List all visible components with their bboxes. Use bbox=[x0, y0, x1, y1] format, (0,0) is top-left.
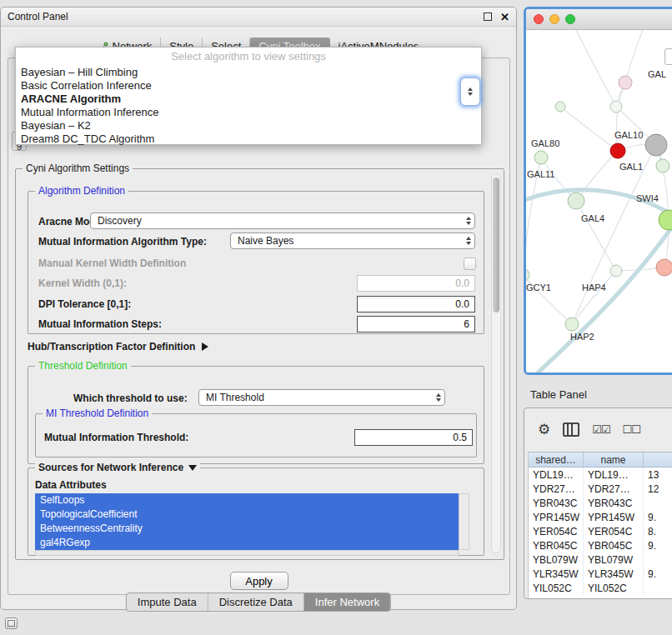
algorithm-option[interactable]: Mutual Information Inference bbox=[16, 106, 481, 119]
network-node[interactable] bbox=[534, 151, 548, 164]
scrollbar-thumb[interactable] bbox=[493, 178, 499, 312]
network-node[interactable] bbox=[645, 134, 667, 156]
network-node[interactable] bbox=[610, 101, 622, 112]
window-title: Control Panel bbox=[8, 11, 68, 22]
stepper-icon bbox=[468, 88, 473, 91]
table-row[interactable]: YER054CYER054C8. bbox=[529, 524, 672, 538]
network-node[interactable] bbox=[565, 318, 579, 331]
close-icon[interactable]: ✕ bbox=[500, 12, 509, 22]
kernel-width-input[interactable] bbox=[357, 275, 475, 292]
tab-impute-data[interactable]: Impute Data bbox=[127, 593, 208, 611]
aracne-mode-select[interactable]: Discovery bbox=[90, 212, 475, 229]
which-threshold-select[interactable]: MI Threshold bbox=[198, 389, 445, 406]
table-cell: YIL052C bbox=[529, 581, 584, 595]
node-label: GAL80 bbox=[531, 138, 559, 148]
node-label: HAP2 bbox=[570, 332, 594, 342]
mi-type-select[interactable]: Naive Bayes bbox=[230, 232, 475, 249]
algorithm-definition-group: Algorithm Definition Aracne Mode: Discov… bbox=[28, 191, 484, 334]
table-cell: YDR27… bbox=[584, 482, 644, 496]
algorithm-option[interactable]: Bayesian – Hill Climbing bbox=[16, 66, 481, 79]
combo-value: Naive Bayes bbox=[238, 235, 293, 247]
algorithm-popup-placeholder: Select algorithm to view settings bbox=[16, 49, 481, 66]
network-node[interactable] bbox=[610, 143, 625, 158]
algorithm-option[interactable]: Basic Correlation Inference bbox=[16, 79, 481, 92]
settings-gear-icon[interactable]: ⚙ bbox=[538, 422, 550, 437]
table-row[interactable]: YPR145WYPR145W9. bbox=[529, 510, 672, 524]
select-all-icon[interactable]: ☑☑ bbox=[592, 423, 609, 436]
column-header[interactable]: shared… bbox=[529, 452, 584, 467]
network-node[interactable] bbox=[619, 76, 632, 89]
close-traffic-light[interactable] bbox=[534, 14, 544, 24]
algorithm-option[interactable]: Dream8 DC_TDC Algorithm bbox=[16, 132, 481, 146]
network-node[interactable] bbox=[656, 259, 672, 276]
data-attribute-item[interactable]: SelfLoops bbox=[35, 493, 459, 508]
network-toolbar-fragment[interactable] bbox=[664, 48, 672, 65]
dpi-tolerance-input[interactable] bbox=[357, 296, 475, 312]
mi-type-label: Mutual Information Algorithm Type: bbox=[38, 236, 207, 248]
expander-down-icon bbox=[188, 465, 197, 471]
data-attribute-item[interactable]: TopologicalCoefficient bbox=[35, 508, 459, 522]
manual-kernel-checkbox[interactable] bbox=[464, 258, 476, 270]
network-edge bbox=[576, 201, 616, 271]
apply-button[interactable]: Apply bbox=[230, 572, 288, 590]
manual-kernel-label: Manual Kernel Width Definition bbox=[38, 258, 186, 269]
table-row[interactable]: YLR345WYLR345W9. bbox=[529, 567, 672, 581]
attribute-list-hscrollbar[interactable] bbox=[35, 550, 459, 556]
table-row[interactable]: YDL19…YDL19…13 bbox=[529, 468, 672, 482]
tab-discretize-data[interactable]: Discretize Data bbox=[208, 593, 304, 611]
column-header[interactable] bbox=[644, 452, 672, 467]
network-edge bbox=[576, 30, 616, 107]
table-cell: YBR045C bbox=[584, 538, 644, 552]
group-title: Threshold Definition bbox=[35, 360, 131, 372]
table-row[interactable]: YIL052CYIL052C bbox=[529, 581, 672, 595]
data-attribute-list[interactable]: SelfLoopsTopologicalCoefficientBetweenne… bbox=[35, 493, 459, 550]
zoom-traffic-light[interactable] bbox=[565, 14, 575, 24]
deselect-all-icon[interactable]: ☐☐ bbox=[623, 423, 640, 436]
mi-threshold-group: MI Threshold Definition Mutual Informati… bbox=[35, 413, 477, 458]
table-header-row: shared…name bbox=[529, 452, 672, 468]
node-label: SWI4 bbox=[636, 193, 659, 203]
table-cell: 9. bbox=[644, 567, 672, 581]
hub-tf-expander[interactable]: Hub/Transcription Factor Definition bbox=[28, 341, 208, 352]
column-selector-icon[interactable] bbox=[563, 422, 579, 437]
panel-toggle-icon[interactable] bbox=[5, 618, 18, 629]
network-node[interactable] bbox=[526, 268, 529, 282]
combo-value: MI Threshold bbox=[206, 392, 264, 403]
algorithm-option[interactable]: Bayesian – K2 bbox=[16, 119, 481, 132]
network-view-window: GALGAL80GAL10GAL11GAL1SWI4GAL4GCY1HAP4HA… bbox=[524, 7, 672, 375]
mi-steps-input[interactable] bbox=[357, 316, 475, 332]
node-table: shared…name YDL19…YDL19…13YDR27…YDR27…12… bbox=[528, 452, 672, 598]
stepper-icon bbox=[466, 213, 471, 228]
table-row[interactable]: YBR043CYBR043C bbox=[529, 496, 672, 510]
network-node[interactable] bbox=[659, 210, 672, 230]
combo-value: Discovery bbox=[98, 215, 142, 227]
table-row[interactable]: YBL079WYBL079W bbox=[529, 552, 672, 567]
network-node[interactable] bbox=[610, 265, 622, 277]
table-row[interactable]: YBR045CYBR045C9. bbox=[529, 538, 672, 552]
table-panel-title: Table Panel bbox=[530, 388, 587, 401]
table-row[interactable]: YDR27…YDR27…12 bbox=[529, 482, 672, 496]
algorithm-combobox-stepper[interactable] bbox=[460, 78, 480, 106]
network-node[interactable] bbox=[568, 192, 584, 209]
column-header[interactable]: name bbox=[584, 452, 644, 467]
mi-threshold-input[interactable] bbox=[354, 429, 473, 446]
data-attribute-item[interactable]: BetweennessCentrality bbox=[35, 522, 459, 536]
network-node[interactable] bbox=[656, 159, 669, 172]
table-cell: YIL052C bbox=[584, 581, 644, 595]
table-cell: YDL19… bbox=[529, 468, 584, 482]
network-canvas[interactable]: GALGAL80GAL10GAL11GAL1SWI4GAL4GCY1HAP4HA… bbox=[526, 30, 672, 372]
table-cell: YBL079W bbox=[529, 552, 584, 567]
algorithm-popup: Select algorithm to view settings Bayesi… bbox=[15, 47, 482, 145]
settings-scrollbar[interactable] bbox=[491, 173, 501, 553]
attribute-list-scrollbar[interactable] bbox=[459, 493, 469, 550]
table-cell: 9. bbox=[644, 538, 672, 552]
table-cell: YPR145W bbox=[529, 510, 584, 524]
minimize-icon[interactable] bbox=[484, 12, 492, 21]
network-node[interactable] bbox=[555, 102, 565, 112]
table-cell: YLR345W bbox=[529, 567, 584, 581]
minimize-traffic-light[interactable] bbox=[549, 14, 559, 24]
sources-expander[interactable]: Sources for Network Inference bbox=[35, 462, 200, 474]
data-attribute-item[interactable]: gal4RGexp bbox=[35, 536, 459, 550]
tab-infer-network[interactable]: Infer Network bbox=[304, 593, 390, 611]
algorithm-option[interactable]: ARACNE Algorithm bbox=[16, 92, 481, 106]
